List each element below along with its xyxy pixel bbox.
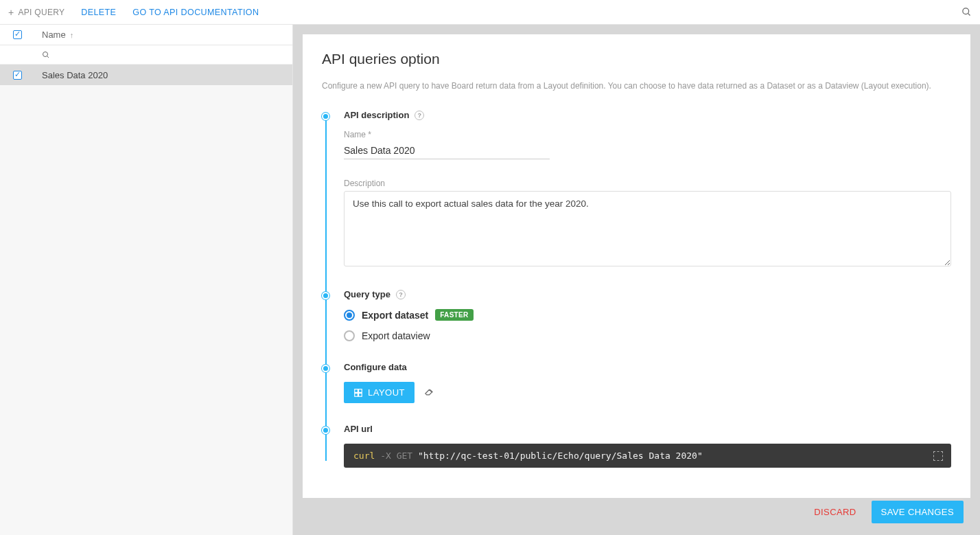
name-field-label: Name * [344, 130, 951, 139]
page-description: Configure a new API query to have Board … [322, 81, 951, 91]
step-dot-icon [322, 426, 329, 434]
step-api-url: API url curl -X GET "http://qc-test-01/p… [344, 424, 951, 468]
add-api-query-label: API QUERY [18, 8, 65, 17]
content-wrap: API queries option Configure a new API q… [293, 25, 980, 535]
sidebar-name-header[interactable]: Name ↑ [34, 30, 292, 40]
page-title: API queries option [322, 51, 951, 67]
step-dot-icon [322, 113, 329, 120]
configure-data-row: LAYOUT [344, 382, 951, 403]
radio-export-dataset[interactable]: Export dataset FASTER [344, 309, 951, 321]
svg-point-0 [963, 8, 969, 14]
api-url-code-block: curl -X GET "http://qc-test-01/public/Ec… [344, 444, 951, 468]
faster-badge: FASTER [435, 309, 473, 321]
description-field-label: Description [344, 179, 951, 188]
content-panel: API queries option Configure a new API q… [303, 34, 970, 498]
curl-url: "http://qc-test-01/public/Echo/query/Sal… [418, 451, 703, 461]
step-dot-icon [322, 365, 329, 372]
step-api-description-title: API description ? [344, 110, 951, 120]
svg-rect-6 [355, 393, 358, 396]
radio-export-dataview-label: Export dataview [362, 330, 430, 341]
radio-export-dataview[interactable]: Export dataview [344, 330, 951, 341]
curl-flag: -X [380, 451, 391, 461]
help-icon[interactable]: ? [415, 111, 424, 120]
step-configure-data: Configure data LAYOUT [344, 362, 951, 403]
sidebar-header: Name ↑ [0, 25, 292, 45]
discard-button[interactable]: DISCARD [814, 507, 856, 517]
svg-rect-7 [359, 393, 362, 396]
step-configure-data-title: Configure data [344, 362, 951, 372]
select-all-checkbox[interactable] [13, 30, 22, 39]
radio-button-icon [344, 330, 355, 341]
svg-rect-5 [359, 389, 362, 392]
sidebar-item-checkbox[interactable] [13, 71, 22, 80]
sidebar-item-sales-data-2020[interactable]: Sales Data 2020 [0, 65, 292, 85]
curl-method: GET [397, 451, 412, 461]
layout-button[interactable]: LAYOUT [344, 382, 415, 403]
svg-rect-4 [355, 389, 358, 392]
svg-line-3 [47, 56, 49, 58]
help-icon[interactable]: ? [396, 290, 406, 299]
query-type-radio-group: Export dataset FASTER Export dataview [344, 309, 951, 341]
api-documentation-link[interactable]: GO TO API DOCUMENTATION [132, 8, 259, 17]
topbar-left: + API QUERY DELETE GO TO API DOCUMENTATI… [8, 7, 259, 18]
sidebar: Name ↑ Sales Data 2020 [0, 25, 293, 535]
sidebar-filter-search[interactable] [34, 51, 292, 59]
step-dot-icon [322, 292, 329, 299]
sort-ascending-icon: ↑ [70, 31, 74, 39]
eraser-icon[interactable] [424, 387, 434, 399]
search-icon[interactable] [961, 7, 972, 17]
query-description-textarea[interactable] [344, 191, 951, 266]
svg-point-2 [43, 52, 48, 56]
step-api-url-title: API url [344, 424, 951, 434]
topbar-search [852, 7, 972, 18]
add-api-query-button[interactable]: + API QUERY [8, 7, 65, 18]
curl-command: curl [353, 451, 375, 461]
layout-icon [353, 388, 363, 398]
steps-timeline: API description ? Name * Description Que… [322, 110, 951, 468]
sidebar-filter-row [0, 45, 292, 65]
global-search-input[interactable] [852, 7, 961, 18]
search-icon [42, 51, 50, 59]
main-layout: Name ↑ Sales Data 2020 API queries optio… [0, 25, 980, 535]
radio-button-icon [344, 310, 355, 321]
delete-link[interactable]: DELETE [81, 8, 116, 17]
footer: DISCARD SAVE CHANGES [303, 498, 970, 525]
layout-button-label: LAYOUT [368, 387, 405, 398]
step-api-description: API description ? Name * Description [344, 110, 951, 269]
sidebar-name-header-label: Name [42, 30, 66, 40]
save-changes-button[interactable]: SAVE CHANGES [872, 501, 964, 523]
sidebar-select-all-col [0, 30, 34, 39]
radio-export-dataset-label: Export dataset [362, 310, 428, 321]
step-query-type: Query type ? Export dataset FASTER Expor… [344, 289, 951, 341]
query-name-input[interactable] [344, 142, 550, 159]
copy-icon[interactable] [933, 451, 943, 461]
topbar: + API QUERY DELETE GO TO API DOCUMENTATI… [0, 0, 980, 25]
step-query-type-title: Query type ? [344, 289, 951, 299]
svg-line-1 [968, 13, 970, 15]
sidebar-item-label: Sales Data 2020 [34, 70, 292, 80]
plus-icon: + [8, 7, 14, 18]
